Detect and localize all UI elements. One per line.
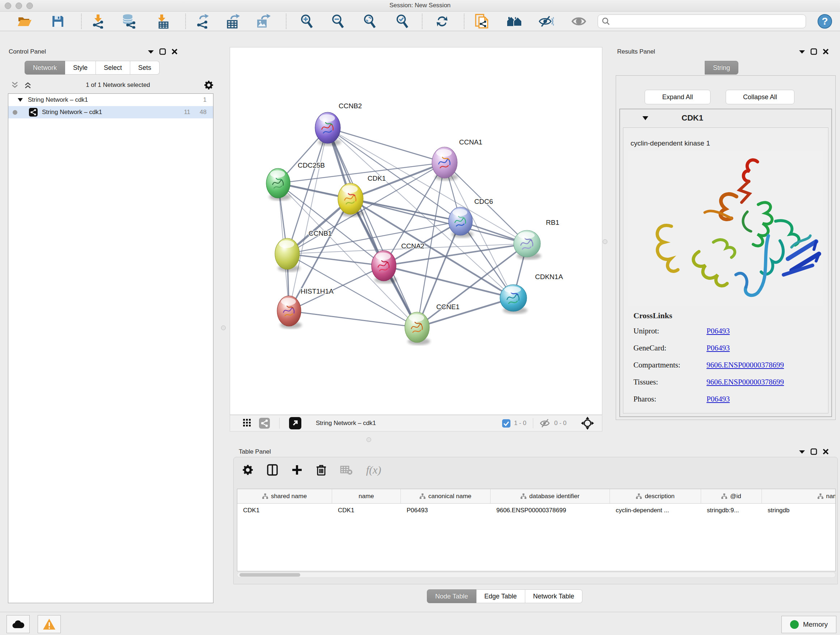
- export-table-button[interactable]: [225, 14, 241, 29]
- network-row[interactable]: String Network – cdk1 11 48: [8, 106, 213, 119]
- open-file-button[interactable]: [17, 14, 33, 29]
- results-panel-float-icon[interactable]: [810, 48, 817, 55]
- column-header-namespace[interactable]: namespace: [762, 489, 836, 503]
- edge-CCNE1-CCNB2[interactable]: [328, 128, 417, 327]
- node-CCNE1[interactable]: [405, 312, 430, 345]
- entry-collapse-icon[interactable]: [643, 116, 648, 120]
- crosslink-link[interactable]: 9606.ENSP00000378699: [706, 378, 784, 386]
- help-button[interactable]: ?: [817, 14, 833, 29]
- zoom-out-button[interactable]: [330, 14, 346, 29]
- edge-CCNE1-CDKN1A[interactable]: [417, 298, 513, 327]
- create-column-plus-icon[interactable]: [292, 464, 302, 475]
- table-cell[interactable]: 9606.ENSP00000378699: [491, 504, 610, 517]
- import-table-from-file-button[interactable]: [154, 14, 170, 29]
- crosslink-link[interactable]: P06493: [706, 326, 729, 336]
- tab-network-table[interactable]: Network Table: [525, 589, 583, 603]
- column-header-description[interactable]: description: [610, 489, 701, 503]
- grid-view-icon[interactable]: [243, 419, 252, 428]
- table-cell[interactable]: cyclin-dependent ...: [610, 504, 701, 517]
- node-CCNA1[interactable]: [432, 147, 458, 181]
- expand-all-button[interactable]: Expand All: [645, 90, 711, 104]
- cloud-status-button[interactable]: [6, 615, 30, 633]
- edge-CCNB2-HIST1H1A[interactable]: [289, 128, 328, 311]
- results-panel-menu-icon[interactable]: [799, 50, 805, 54]
- delete-column-trash-icon[interactable]: [316, 464, 326, 476]
- node-RB1[interactable]: [514, 230, 541, 260]
- table-cell[interactable]: CDK1: [332, 504, 401, 517]
- zoom-in-button[interactable]: [299, 14, 315, 29]
- edge-CCNE1-HIST1H1A[interactable]: [289, 311, 417, 327]
- string-network-badge-icon[interactable]: [259, 418, 270, 429]
- crosslink-link[interactable]: P06493: [706, 344, 729, 353]
- table-panel-close-icon[interactable]: [822, 448, 829, 455]
- node-CDC6[interactable]: [448, 207, 473, 238]
- import-network-from-file-button[interactable]: [90, 14, 106, 29]
- table-cell[interactable]: stringdb:9...: [701, 504, 762, 517]
- control-panel-float-icon[interactable]: [159, 48, 166, 55]
- tab-edge-table[interactable]: Edge Table: [477, 589, 525, 603]
- apply-layout-button[interactable]: [434, 14, 450, 29]
- tab-style[interactable]: Style: [65, 61, 96, 74]
- scrollbar-thumb[interactable]: [240, 573, 300, 577]
- tab-sets[interactable]: Sets: [130, 61, 159, 74]
- table-cell[interactable]: stringdb: [762, 504, 836, 517]
- table-row[interactable]: CDK1CDK1P064939606.ENSP00000378699cyclin…: [237, 504, 835, 517]
- left-splitter-handle[interactable]: [221, 325, 226, 330]
- expand-all-icon[interactable]: [24, 81, 32, 89]
- edge-CCNA2-CCNB1[interactable]: [287, 254, 384, 266]
- hide-selected-button[interactable]: [538, 14, 554, 29]
- show-columns-icon[interactable]: [267, 464, 278, 476]
- network-collection-row[interactable]: String Network – cdk1 1: [8, 94, 213, 106]
- edge-CCNB2-CCNA1[interactable]: [328, 128, 445, 163]
- export-image-button[interactable]: [256, 14, 271, 29]
- hidden-eye-slash-icon[interactable]: [540, 418, 551, 428]
- bottom-splitter-handle[interactable]: [366, 437, 371, 442]
- show-hide-graphics-button[interactable]: [571, 14, 587, 29]
- tree-expand-icon[interactable]: [18, 98, 23, 102]
- column-header-canonical-name[interactable]: canonical name: [401, 489, 491, 503]
- save-session-button[interactable]: [50, 14, 66, 29]
- column-header--id[interactable]: @id: [701, 489, 762, 503]
- zoom-selected-button[interactable]: [394, 14, 410, 29]
- crosslink-link[interactable]: P06493: [706, 394, 729, 404]
- table-panel-menu-icon[interactable]: [799, 450, 805, 454]
- selected-checkbox-icon[interactable]: [502, 419, 510, 428]
- copy-network-style-button[interactable]: [474, 14, 490, 29]
- control-panel-menu-icon[interactable]: [148, 50, 154, 54]
- search-input[interactable]: [598, 14, 806, 28]
- node-CCNB1[interactable]: [275, 238, 300, 272]
- memory-button[interactable]: Memory: [782, 616, 836, 633]
- collapse-all-button[interactable]: Collapse All: [726, 90, 794, 104]
- tab-string[interactable]: String: [705, 61, 738, 74]
- table-panel-float-icon[interactable]: [810, 448, 817, 455]
- show-all-networks-button[interactable]: [507, 14, 523, 29]
- crosslink-link[interactable]: 9606.ENSP00000378699: [706, 361, 784, 370]
- tab-select[interactable]: Select: [96, 61, 130, 74]
- column-header-database-identifier[interactable]: database identifier: [491, 489, 610, 503]
- table-options-gear-icon[interactable]: [242, 464, 253, 475]
- node-CCNA2[interactable]: [371, 250, 397, 283]
- control-panel-close-icon[interactable]: [171, 48, 178, 55]
- network-view-canvas[interactable]: CCNB2CCNA1CDC25BCDK1CDC6RB1CCNB1CCNA2CDK…: [230, 47, 602, 415]
- zoom-fit-button[interactable]: [362, 14, 378, 29]
- results-entry-header[interactable]: CDK1: [619, 109, 832, 127]
- tab-network[interactable]: Network: [25, 61, 65, 74]
- node-HIST1H1A[interactable]: [277, 296, 302, 329]
- warnings-button[interactable]: [38, 615, 61, 633]
- column-header-name[interactable]: name: [332, 489, 401, 503]
- node-CDKN1A[interactable]: [500, 285, 527, 314]
- table-cell[interactable]: CDK1: [237, 504, 332, 517]
- table-cell[interactable]: P06493: [401, 504, 491, 517]
- collapse-all-icon[interactable]: [11, 81, 19, 89]
- network-options-gear-icon[interactable]: [204, 80, 213, 90]
- import-network-from-database-button[interactable]: [121, 14, 137, 29]
- table-horizontal-scrollbar[interactable]: [237, 572, 836, 578]
- open-in-browser-icon[interactable]: [289, 417, 302, 429]
- export-network-button[interactable]: [195, 14, 210, 29]
- node-CDK1[interactable]: [338, 183, 364, 217]
- tab-node-table[interactable]: Node Table: [427, 589, 477, 603]
- network-graph[interactable]: CCNB2CCNA1CDC25BCDK1CDC6RB1CCNB1CCNA2CDK…: [230, 48, 602, 415]
- node-CDC25B[interactable]: [266, 168, 291, 201]
- birdseye-navigator-icon[interactable]: [581, 417, 594, 430]
- results-panel-close-icon[interactable]: [822, 48, 829, 55]
